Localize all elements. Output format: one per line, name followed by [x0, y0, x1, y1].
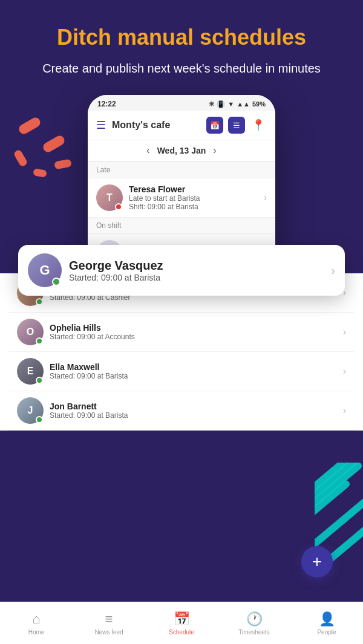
nav-item-home[interactable]: ⌂ Home [0, 607, 73, 640]
prev-date-arrow[interactable]: ‹ [146, 145, 149, 156]
ophelia-avatar-wrap: O [17, 319, 44, 345]
next-date-arrow[interactable]: › [213, 145, 216, 156]
teresa-chevron: › [264, 192, 267, 203]
ophelia-name: Ophelia Hills [50, 323, 337, 333]
george-card[interactable]: G George Vasquez Started: 09:00 at Baris… [18, 245, 345, 296]
ella-name: Ella Maxwell [50, 362, 337, 372]
newsfeed-icon: ≡ [105, 611, 113, 627]
status-bar: 12:22 ✳ 📳 ▼ ▲▲ 59% [88, 95, 275, 111]
bluetooth-icon: ✳ [209, 100, 214, 108]
hero-subtitle: Create and publish next week's schedule … [18, 60, 345, 77]
ella-info: Ella Maxwell Started: 09:00 at Barista [50, 362, 337, 380]
jon-status-dot [36, 416, 43, 423]
status-time: 12:22 [97, 100, 116, 108]
ophelia-chevron: › [343, 327, 346, 337]
vibrate-icon: 📳 [217, 100, 225, 108]
app-header: ☰ Monty's cafe 📅 ☰ 📍 [88, 111, 275, 140]
date-nav: ‹ Wed, 13 Jan › [88, 140, 275, 162]
teresa-info: Teresa Flower Late to start at Barista S… [129, 184, 258, 211]
flora-status-dot [36, 298, 43, 305]
timesheets-icon: 🕐 [246, 611, 263, 627]
calendar-icon: 📅 [210, 121, 220, 130]
ophelia-status-dot [36, 337, 43, 345]
fab-button[interactable]: + [301, 546, 333, 577]
ophelia-sub: Started: 09:00 at Accounts [50, 333, 337, 341]
nav-item-newsfeed[interactable]: ≡ News feed [73, 607, 145, 640]
fab-plus-icon: + [312, 552, 322, 571]
jon-name: Jon Barnett [50, 402, 337, 411]
nav-label-home: Home [28, 629, 45, 636]
hero-title: Ditch manual schedules [18, 24, 345, 50]
george-sub: Started: 09:00 at Barista [69, 273, 324, 282]
status-icons: ✳ 📳 ▼ ▲▲ 59% [209, 100, 266, 108]
current-date: Wed, 13 Jan [157, 146, 206, 155]
hero-section: Ditch manual schedules Create and publis… [0, 0, 363, 89]
calendar-icon-btn[interactable]: 📅 [206, 117, 223, 134]
bottom-nav: ⌂ Home ≡ News feed 📅 Schedule 🕐 Timeshee… [0, 602, 363, 644]
ophelia-info: Ophelia Hills Started: 09:00 at Accounts [50, 323, 337, 341]
teresa-sub1: Late to start at Barista [129, 194, 258, 203]
george-name: George Vasquez [69, 259, 324, 273]
jon-sub: Started: 09:00 at Barista [50, 411, 337, 420]
teresa-name: Teresa Flower [129, 184, 258, 194]
george-status-dot [52, 278, 60, 286]
hamburger-icon[interactable]: ☰ [96, 119, 106, 132]
list-icon: ☰ [233, 121, 240, 130]
nav-label-newsfeed: News feed [94, 629, 123, 636]
george-info: George Vasquez Started: 09:00 at Barista [69, 259, 324, 282]
home-icon: ⌂ [32, 611, 40, 627]
teresa-avatar-wrap: T [96, 184, 123, 211]
on-shift-section-label: On shift [88, 218, 275, 234]
battery-icon: 59% [252, 100, 266, 108]
ella-chevron: › [343, 366, 346, 377]
app-header-left: ☰ Monty's cafe [96, 119, 170, 132]
ella-sub: Started: 09:00 at Barista [50, 372, 337, 380]
nav-label-people: People [317, 629, 336, 636]
people-icon: 👤 [319, 611, 335, 627]
location-icon-btn[interactable]: 📍 [250, 117, 267, 134]
ella-list-item[interactable]: E Ella Maxwell Started: 09:00 at Barista… [8, 352, 355, 391]
jon-chevron: › [343, 405, 346, 416]
list-icon-btn[interactable]: ☰ [228, 117, 245, 134]
ella-status-dot [36, 377, 43, 384]
nav-item-timesheets[interactable]: 🕐 Timesheets [218, 607, 290, 640]
teresa-sub2: Shift: 09:00 at Barista [129, 203, 258, 211]
ella-avatar-wrap: E [17, 358, 44, 385]
jon-info: Jon Barnett Started: 09:00 at Barista [50, 402, 337, 420]
wifi-icon: ▼ [227, 100, 234, 108]
app-title: Monty's cafe [112, 120, 170, 131]
lower-employee-list: F Flora Porter Started: 09:00 at Cashier… [0, 273, 363, 431]
nav-label-schedule: Schedule [169, 629, 194, 636]
jon-list-item[interactable]: J Jon Barnett Started: 09:00 at Barista … [8, 391, 355, 431]
header-icons: 📅 ☰ 📍 [206, 117, 267, 134]
jon-avatar-wrap: J [17, 397, 44, 424]
signal-icon: ▲▲ [237, 100, 250, 108]
ophelia-list-item[interactable]: O Ophelia Hills Started: 09:00 at Accoun… [8, 313, 355, 352]
teresa-status-dot [115, 203, 122, 210]
nav-item-schedule[interactable]: 📅 Schedule [145, 607, 218, 640]
schedule-icon: 📅 [174, 611, 190, 627]
nav-item-people[interactable]: 👤 People [290, 607, 363, 640]
pin-icon: 📍 [252, 119, 265, 132]
late-section-label: Late [88, 162, 275, 178]
george-chevron: › [331, 264, 335, 278]
nav-label-timesheets: Timesheets [238, 629, 269, 636]
list-item[interactable]: T Teresa Flower Late to start at Barista… [88, 178, 275, 218]
